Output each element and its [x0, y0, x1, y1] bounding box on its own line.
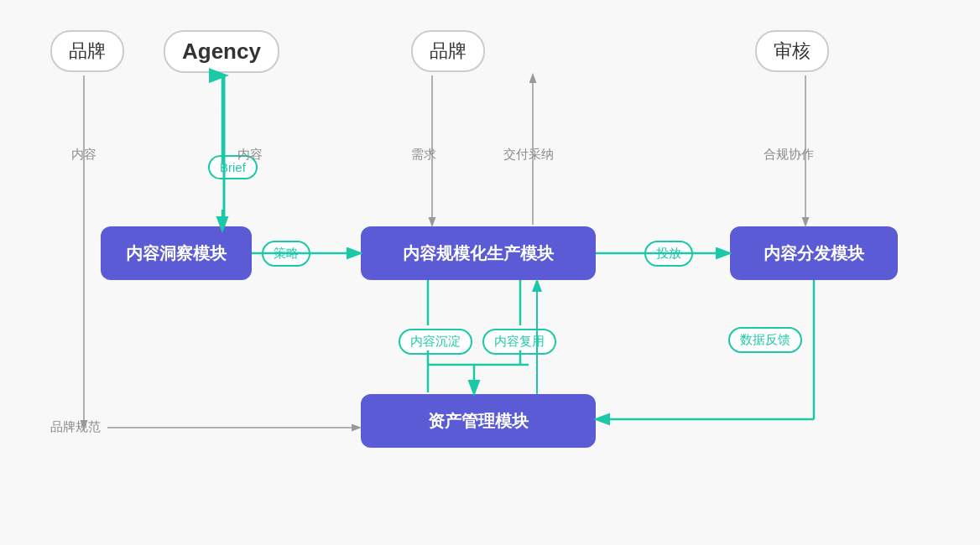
label-content-left: 内容: [71, 147, 96, 163]
role-brand-left: 品牌: [50, 30, 124, 72]
label-compliance: 合规协作: [764, 147, 814, 163]
label-content-right: 内容: [237, 147, 263, 163]
role-agency: Agency: [164, 30, 279, 73]
module-insight: 内容洞察模块: [101, 226, 252, 280]
pill-data-feedback: 数据反馈: [728, 327, 802, 353]
module-production: 内容规模化生产模块: [361, 226, 596, 280]
role-audit: 审核: [755, 30, 829, 72]
pill-content-reuse: 内容复用: [482, 329, 556, 355]
role-brand-center: 品牌: [411, 30, 485, 72]
module-asset: 资产管理模块: [361, 394, 596, 448]
module-distribution: 内容分发模块: [730, 226, 898, 280]
pill-content-settle: 内容沉淀: [399, 329, 472, 355]
pill-strategy: 策略: [262, 241, 310, 267]
label-demand: 需求: [411, 147, 436, 163]
pill-launch: 投放: [644, 241, 693, 267]
diagram-container: 品牌 Agency 品牌 审核 内容洞察模块 内容规模化生产模块 内容分发模块 …: [0, 0, 980, 545]
label-brand-spec: 品牌规范: [50, 419, 101, 435]
label-delivery: 交付采纳: [503, 147, 554, 163]
